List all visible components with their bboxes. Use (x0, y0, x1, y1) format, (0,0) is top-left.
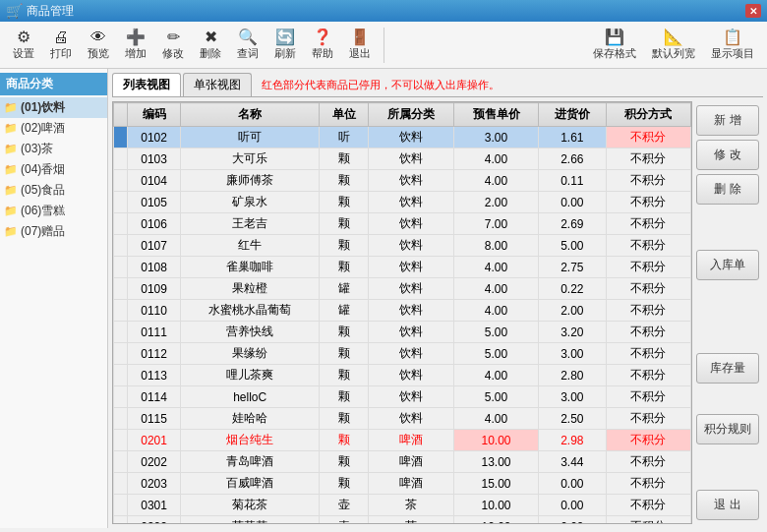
search-icon: 🔍 (238, 29, 258, 46)
table-header: 编码名称单位所属分类预售单价进货价积分方式 (114, 103, 691, 127)
toolbar-btn-print[interactable]: 🖨打印 (43, 26, 79, 64)
cell-编码: 0102 (128, 127, 181, 148)
row-scroll-indicator (114, 170, 128, 192)
toolbar-btn-label-delete: 删除 (200, 46, 221, 61)
close-button[interactable]: ✕ (745, 4, 761, 18)
cell-名称: helloC (181, 386, 320, 408)
cell-积分方式: 不积分 (606, 322, 691, 343)
settings-icon: ⚙ (17, 29, 30, 46)
row-scroll-indicator (114, 451, 128, 473)
cell-名称: 娃哈哈 (181, 408, 320, 430)
sidebar-item-01[interactable]: 📁(01)饮料 (0, 97, 107, 118)
right-btn-stock[interactable]: 库存量 (696, 353, 759, 384)
table-row[interactable]: 0113哩儿茶爽颗饮料4.002.80不积分 (114, 365, 691, 386)
table-row[interactable]: 0111营养快线颗饮料5.003.20不积分 (114, 322, 691, 343)
cell-积分方式: 不积分 (606, 257, 691, 278)
toolbar-btn-preview[interactable]: 👁预览 (81, 26, 116, 64)
cell-所属分类: 饮料 (369, 343, 453, 365)
toolbar-btn-delete[interactable]: ✖删除 (193, 26, 228, 64)
scroll-container[interactable]: 编码名称单位所属分类预售单价进货价积分方式 0102听可听饮料3.001.61不… (113, 102, 691, 523)
cell-名称: 营养快线 (181, 322, 320, 343)
table-row[interactable]: 0109果粒橙罐饮料4.000.22不积分 (114, 278, 691, 300)
sidebar-item-04[interactable]: 📁(04)香烟 (0, 159, 107, 180)
table-row[interactable]: 0115娃哈哈颗饮料4.002.50不积分 (114, 408, 691, 430)
cell-单位: 颗 (320, 343, 369, 365)
sidebar-item-07[interactable]: 📁(07)赠品 (0, 221, 107, 242)
toolbar-btn-exit[interactable]: 🚪退出 (342, 26, 378, 64)
table-row[interactable]: 0108雀巢咖啡颗饮料4.002.75不积分 (114, 257, 691, 278)
title-bar: 🛒 商品管理 ✕ (0, 0, 767, 22)
cell-所属分类: 饮料 (369, 192, 453, 213)
toolbar-right-btn-save-format[interactable]: 💾保存格式 (586, 26, 643, 64)
folder-icon: 📁 (4, 122, 18, 135)
bottom-scrollbar[interactable]: ◀ ▶ (113, 523, 691, 524)
table-row[interactable]: 0106王老吉颗饮料7.002.69不积分 (114, 213, 691, 235)
table-row[interactable]: 0202青岛啤酒颗啤酒13.003.44不积分 (114, 451, 691, 473)
toolbar-btn-label-help: 帮助 (312, 46, 333, 61)
right-btn-points-rule[interactable]: 积分规则 (696, 414, 759, 444)
table-row[interactable]: 0110水蜜桃水晶葡萄罐饮料4.002.00不积分 (114, 300, 691, 322)
table-row[interactable]: 0301菊花茶壶茶10.000.00不积分 (114, 495, 691, 516)
cell-积分方式: 不积分 (606, 365, 691, 386)
right-btn-new[interactable]: 新 增 (696, 105, 759, 136)
cell-单位: 颗 (320, 213, 369, 235)
scroll-right-btn[interactable]: ▶ (676, 524, 691, 525)
cell-名称: 大可乐 (181, 148, 320, 170)
table-row[interactable]: 0201烟台纯生颗啤酒10.002.98不积分 (114, 430, 691, 451)
folder-icon: 📁 (4, 225, 18, 238)
sidebar-item-03[interactable]: 📁(03)茶 (0, 139, 107, 159)
toolbar-btn-search[interactable]: 🔍查词 (230, 26, 266, 64)
row-scroll-indicator (114, 257, 128, 278)
tab-list[interactable]: 列表视图 (112, 73, 181, 96)
right-btn-inbound[interactable]: 入库单 (696, 250, 759, 280)
toolbar-buttons: ⚙设置🖨打印👁预览➕增加✏修改✖删除🔍查词🔄刷新❓帮助🚪退出 (6, 26, 378, 64)
cell-所属分类: 饮料 (369, 278, 453, 300)
table-row[interactable]: 0102听可听饮料3.001.61不积分 (114, 127, 691, 148)
right-btn-edit[interactable]: 修 改 (696, 140, 759, 170)
toolbar-btn-settings[interactable]: ⚙设置 (6, 26, 41, 64)
right-btn-exit[interactable]: 退 出 (696, 490, 759, 520)
toolbar-right-btn-display-items[interactable]: 📋显示项目 (704, 26, 761, 64)
toolbar-right-label-default-width: 默认列宽 (652, 46, 695, 61)
scroll-indicator-header (114, 103, 128, 127)
sidebar: 商品分类 📁(01)饮料📁(02)啤酒📁(03)茶📁(04)香烟📁(05)食品📁… (0, 69, 108, 528)
cell-名称: 听可 (181, 127, 320, 148)
scroll-left-btn[interactable]: ◀ (113, 524, 129, 525)
toolbar-right-btn-default-width[interactable]: 📐默认列宽 (645, 26, 702, 64)
tab-single[interactable]: 单张视图 (183, 73, 252, 96)
right-btn-delete[interactable]: 删 除 (696, 174, 759, 205)
cell-名称: 哩儿茶爽 (181, 365, 320, 386)
cell-单位: 颗 (320, 235, 369, 257)
toolbar-btn-label-settings: 设置 (13, 46, 34, 61)
cell-预售单价: 4.00 (453, 257, 538, 278)
cell-预售单价: 15.00 (453, 473, 538, 495)
table-row[interactable]: 0114helloC颗饮料5.003.00不积分 (114, 386, 691, 408)
cell-单位: 颗 (320, 192, 369, 213)
cell-所属分类: 啤酒 (369, 473, 453, 495)
row-scroll-indicator (114, 386, 128, 408)
cell-名称: 矿泉水 (181, 192, 320, 213)
table-row[interactable]: 0107红牛颗饮料8.005.00不积分 (114, 235, 691, 257)
add-icon: ➕ (126, 29, 146, 46)
table-row[interactable]: 0302茉莉花壶茶10.000.00不积分 (114, 516, 691, 524)
toolbar-btn-edit[interactable]: ✏修改 (155, 26, 191, 64)
cell-积分方式: 不积分 (606, 127, 691, 148)
table-row[interactable]: 0112果缘纷颗饮料5.003.00不积分 (114, 343, 691, 365)
toolbar-btn-add[interactable]: ➕增加 (118, 26, 153, 64)
sidebar-item-05[interactable]: 📁(05)食品 (0, 180, 107, 201)
table-row[interactable]: 0103大可乐颗饮料4.002.66不积分 (114, 148, 691, 170)
table-row[interactable]: 0203百威啤酒颗啤酒15.000.00不积分 (114, 473, 691, 495)
row-scroll-indicator (114, 516, 128, 524)
cell-预售单价: 8.00 (453, 235, 538, 257)
sidebar-item-02[interactable]: 📁(02)啤酒 (0, 118, 107, 139)
cell-积分方式: 不积分 (606, 170, 691, 192)
cell-积分方式: 不积分 (606, 235, 691, 257)
col-header-所属分类: 所属分类 (369, 103, 453, 127)
sidebar-item-06[interactable]: 📁(06)雪糕 (0, 201, 107, 221)
table-row[interactable]: 0104廉师傅茶颗饮料4.000.11不积分 (114, 170, 691, 192)
cell-进货价: 2.69 (539, 213, 606, 235)
toolbar-btn-help[interactable]: ❓帮助 (305, 26, 340, 64)
toolbar-btn-refresh[interactable]: 🔄刷新 (267, 26, 303, 64)
table-row[interactable]: 0105矿泉水颗饮料2.000.00不积分 (114, 192, 691, 213)
cell-进货价: 1.61 (539, 127, 606, 148)
